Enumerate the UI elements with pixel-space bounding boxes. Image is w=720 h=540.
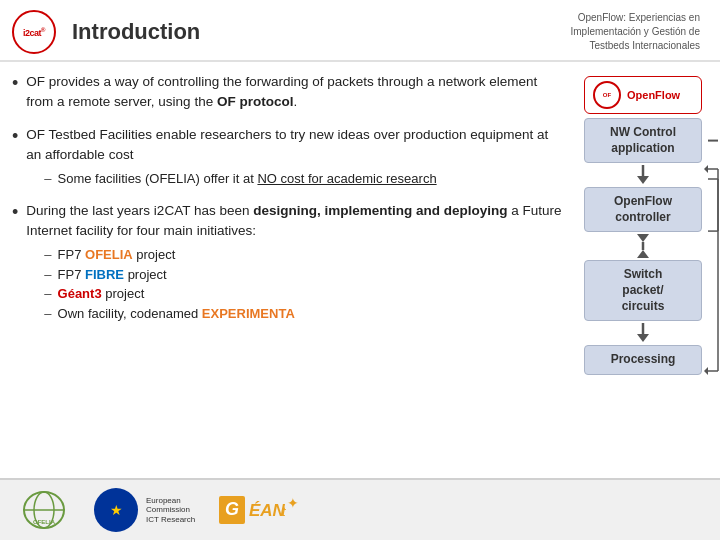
arrow-down-svg-1 <box>631 163 655 187</box>
bullet-dot-2: • <box>12 125 18 148</box>
svg-marker-8 <box>637 234 649 242</box>
svg-text:OFELIA: OFELIA <box>33 519 56 525</box>
dash-3-3: – <box>44 284 51 304</box>
svg-text:✦: ✦ <box>287 495 299 511</box>
header-left: i2cat® Introduction <box>12 10 200 54</box>
sub-bullet-text-3-2: FP7 FIBRE project <box>58 265 167 285</box>
header-subtitle: OpenFlow: Experiencias en Implementación… <box>570 11 700 53</box>
subtitle-line1: OpenFlow: Experiencias en <box>570 11 700 25</box>
openflow-controller-box: OpenFlowcontroller <box>584 187 702 232</box>
processing-box: Processing <box>584 345 702 375</box>
sub-bullet-text-2-1: Some facilities (OFELIA) offer it at NO … <box>58 169 437 189</box>
eu-logo: ★ EuropeanCommissionICT Research <box>94 488 195 532</box>
dash-3-2: – <box>44 265 51 285</box>
dash-2-1: – <box>44 169 51 189</box>
dash-3-1: – <box>44 245 51 265</box>
svg-marker-17 <box>704 367 708 375</box>
openflow-logo-text: OpenFlow <box>627 89 680 101</box>
bullet-text-3: During the last years i2CAT has been des… <box>26 201 566 324</box>
sub-bullets-2: – Some facilities (OFELIA) offer it at N… <box>44 169 566 189</box>
switch-box: Switchpacket/circuits <box>584 260 702 321</box>
ofelia-logo-img: OFELIA <box>20 488 70 532</box>
eu-stars: ★ <box>110 502 123 518</box>
subtitle-line2: Implementación y Gestión de <box>570 25 700 39</box>
fibre-text: FIBRE <box>85 267 124 282</box>
nw-control-section: NW Controlapplication <box>584 118 702 163</box>
nw-control-box: NW Controlapplication <box>584 118 702 163</box>
ofelia-logo: OFELIA <box>20 488 70 532</box>
main-content: • OF provides a way of controlling the f… <box>0 62 720 472</box>
bracket-arrow-nw <box>704 118 720 163</box>
no-cost-text: NO cost for academic research <box>257 171 436 186</box>
double-arrow <box>584 232 702 260</box>
geant3-text: Géant3 <box>58 286 102 301</box>
processing-section: Processing <box>584 345 702 375</box>
svg-marker-10 <box>637 250 649 258</box>
eu-circle: ★ <box>94 488 138 532</box>
openflow-controller-section: OpenFlowcontroller <box>584 187 702 232</box>
svg-text:ÉAN: ÉAN <box>249 501 286 520</box>
diagram: OF OpenFlow NW Controlapplication <box>578 72 708 462</box>
openflow-logo-box: OF OpenFlow <box>584 76 702 114</box>
sub-bullet-2-1: – Some facilities (OFELIA) offer it at N… <box>44 169 566 189</box>
arrow-down-2 <box>584 321 702 345</box>
sub-bullet-3-1: – FP7 OFELIA project <box>44 245 566 265</box>
bullet-dot-3: • <box>12 201 18 224</box>
sub-bullets-3: – FP7 OFELIA project – FP7 FIBRE project… <box>44 245 566 323</box>
arrow-down-1 <box>584 163 702 187</box>
ofelia-svg: OFELIA <box>20 490 68 530</box>
eu-text: EuropeanCommissionICT Research <box>146 496 195 525</box>
double-arrow-svg <box>631 232 655 260</box>
i2cat-logo: i2cat® <box>12 10 56 54</box>
experimenta-text: EXPERIMENTA <box>202 306 295 321</box>
sub-bullet-text-3-4: Own facility, codenamed EXPERIMENTA <box>58 304 295 324</box>
geant-logo: G ÉAN t ✦ <box>219 492 299 528</box>
bullet-item-3: • During the last years i2CAT has been d… <box>12 201 566 324</box>
bullet-item-1: • OF provides a way of controlling the f… <box>12 72 566 113</box>
bullet-item-2: • OF Testbed Facilities enable researche… <box>12 125 566 189</box>
bullet-text-2: OF Testbed Facilities enable researchers… <box>26 125 566 189</box>
dash-3-4: – <box>44 304 51 324</box>
svg-marker-16 <box>704 165 708 173</box>
arrow-down-svg-2 <box>631 321 655 345</box>
bullet-text-1: OF provides a way of controlling the for… <box>26 72 566 113</box>
geant-logo-img: G ÉAN t ✦ <box>219 492 299 528</box>
sub-bullet-3-2: – FP7 FIBRE project <box>44 265 566 285</box>
bullet-list: • OF provides a way of controlling the f… <box>12 72 566 462</box>
subtitle-line3: Testbeds Internacionales <box>570 39 700 53</box>
header: i2cat® Introduction OpenFlow: Experienci… <box>0 0 720 62</box>
bullet-dot-1: • <box>12 72 18 95</box>
ofelia-text: OFELIA <box>85 247 133 262</box>
sub-bullet-text-3-3: Géant3 project <box>58 284 145 304</box>
svg-marker-3 <box>637 176 649 184</box>
openflow-logo-circle: OF <box>593 81 621 109</box>
sub-bullet-3-3: – Géant3 project <box>44 284 566 304</box>
switch-section: Switchpacket/circuits <box>584 260 702 321</box>
sub-bullet-text-3-1: FP7 OFELIA project <box>58 245 176 265</box>
svg-text:G: G <box>225 499 239 519</box>
sub-bullet-3-4: – Own facility, codenamed EXPERIMENTA <box>44 304 566 324</box>
footer: OFELIA ★ EuropeanCommissionICT Research … <box>0 478 720 540</box>
geant-svg: G ÉAN t ✦ <box>219 492 299 528</box>
svg-marker-12 <box>637 334 649 342</box>
page-title: Introduction <box>72 19 200 45</box>
bracket-right-processing <box>704 165 720 375</box>
